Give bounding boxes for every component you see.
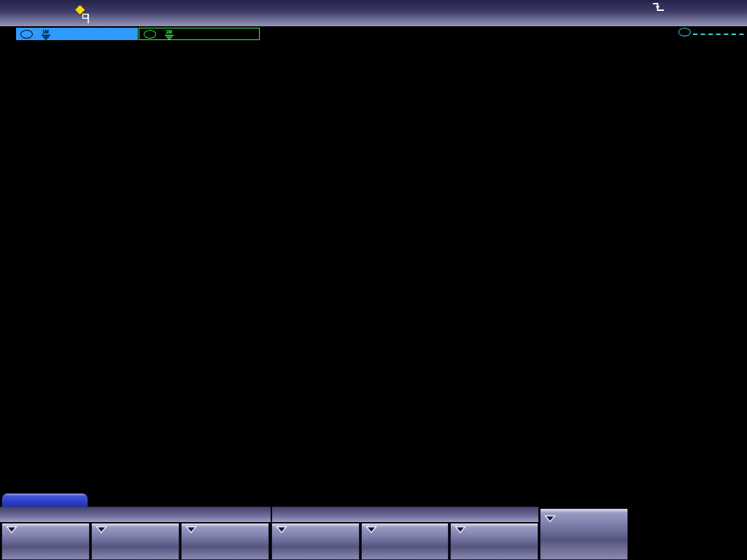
- dropdown-triangle-icon: [6, 526, 18, 534]
- softkey-oeffnen-kurvenform[interactable]: [271, 523, 360, 560]
- menu-group-oeffnen-label: [272, 507, 538, 522]
- menu-group-speichern-label: [0, 507, 271, 522]
- softkey-speichern-andere[interactable]: [181, 523, 269, 560]
- dropdown-triangle-icon: [185, 526, 197, 534]
- file-tab[interactable]: [1, 493, 88, 507]
- dropdown-triangle-icon: [454, 526, 466, 534]
- softkey-oeffnen-setup[interactable]: [361, 523, 449, 560]
- dropdown-triangle-icon: [544, 515, 556, 523]
- waveform-display: [0, 0, 747, 560]
- dropdown-triangle-icon: [365, 526, 377, 534]
- dropdown-triangle-icon: [276, 526, 287, 534]
- dropdown-triangle-icon: [96, 526, 107, 534]
- softkey-speichern-setup[interactable]: [91, 523, 179, 560]
- oscilloscope-screen: ◆ 1M 1M: [0, 0, 747, 560]
- softkey-speichern-kurvenform[interactable]: [1, 523, 90, 560]
- softkey-oeffnen-andere[interactable]: [450, 523, 538, 560]
- softkey-utility[interactable]: [540, 508, 628, 560]
